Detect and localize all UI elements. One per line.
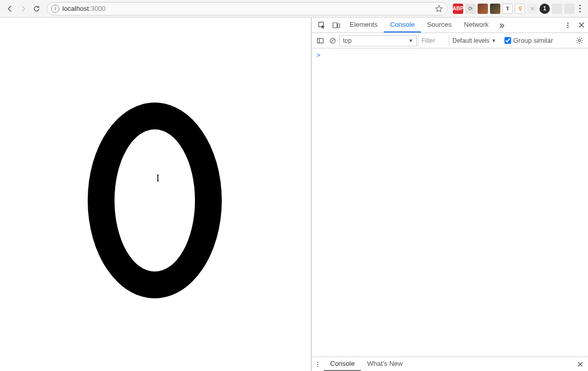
log-levels-select[interactable]: Default levels ▼ bbox=[449, 35, 499, 46]
page-content-zero bbox=[88, 103, 222, 298]
extension-icon-2[interactable] bbox=[490, 4, 500, 14]
browser-toolbar: i localhost:3000 ABP ⟳ T ⚲ ✕ 1 bbox=[0, 0, 588, 18]
console-prompt-icon: > bbox=[317, 52, 320, 59]
group-similar-checkbox[interactable]: Group similar bbox=[500, 37, 553, 44]
extension-pin[interactable]: ⚲ bbox=[515, 4, 525, 14]
devtools-close-icon[interactable] bbox=[575, 22, 588, 28]
context-value: top bbox=[343, 37, 352, 44]
reload-button[interactable] bbox=[30, 2, 43, 15]
extension-gray-3[interactable] bbox=[564, 4, 575, 14]
extension-gray-2[interactable] bbox=[552, 4, 562, 14]
clear-console-icon[interactable] bbox=[327, 37, 338, 44]
tab-sources[interactable]: Sources bbox=[421, 18, 458, 32]
devtools-settings-kebab-icon[interactable] bbox=[561, 22, 575, 29]
svg-point-3 bbox=[567, 22, 569, 24]
inspect-element-icon[interactable] bbox=[315, 18, 329, 32]
extension-abp[interactable]: ABP bbox=[453, 4, 463, 14]
address-bar[interactable]: i localhost:3000 bbox=[46, 2, 448, 15]
console-settings-icon[interactable] bbox=[574, 37, 585, 44]
svg-point-13 bbox=[317, 365, 318, 366]
url-host: localhost bbox=[62, 5, 89, 12]
svg-rect-1 bbox=[333, 23, 337, 28]
forward-button[interactable] bbox=[17, 2, 30, 15]
svg-line-9 bbox=[331, 39, 335, 42]
console-sidebar-toggle-icon[interactable] bbox=[315, 37, 326, 44]
site-info-icon[interactable]: i bbox=[51, 5, 59, 13]
back-button[interactable] bbox=[3, 2, 17, 15]
console-output[interactable]: > bbox=[312, 48, 588, 357]
tab-console[interactable]: Console bbox=[384, 18, 421, 32]
devtools-tabstrip: Elements Console Sources Network bbox=[312, 18, 588, 33]
bookmark-star-icon[interactable] bbox=[435, 5, 443, 13]
device-toolbar-icon[interactable] bbox=[329, 18, 344, 32]
page-viewport[interactable]: 0 I bbox=[0, 18, 312, 371]
devtools-panel: Elements Console Sources Network bbox=[312, 18, 588, 371]
svg-rect-6 bbox=[318, 38, 323, 43]
drawer-close-icon[interactable] bbox=[573, 357, 588, 371]
svg-point-10 bbox=[578, 39, 580, 41]
text-caret-icon: I bbox=[156, 173, 159, 184]
drawer-tab-whats-new[interactable]: What's New bbox=[361, 357, 409, 371]
devtools-drawer: Console What's New bbox=[312, 357, 588, 371]
profile-badge[interactable]: 1 bbox=[540, 4, 550, 14]
svg-point-4 bbox=[567, 24, 569, 26]
extension-icon-1[interactable] bbox=[478, 4, 488, 14]
group-similar-input[interactable] bbox=[504, 37, 511, 44]
extension-t[interactable]: T bbox=[502, 4, 513, 14]
browser-menu-button[interactable] bbox=[575, 5, 585, 12]
extension-disabled[interactable]: ✕ bbox=[527, 4, 537, 14]
console-toolbar: top ▼ Default levels ▼ Group similar bbox=[312, 33, 588, 48]
svg-rect-2 bbox=[338, 24, 340, 28]
svg-point-5 bbox=[567, 26, 569, 28]
more-tabs-icon[interactable] bbox=[495, 18, 509, 32]
tab-network[interactable]: Network bbox=[458, 18, 495, 32]
extension-sync[interactable]: ⟳ bbox=[465, 4, 476, 14]
drawer-menu-icon[interactable] bbox=[312, 357, 324, 371]
chevron-down-icon: ▼ bbox=[409, 38, 413, 43]
svg-point-11 bbox=[317, 361, 318, 362]
extensions-row: ABP ⟳ T ⚲ ✕ 1 bbox=[451, 4, 575, 14]
tab-elements[interactable]: Elements bbox=[344, 18, 384, 32]
chevron-down-icon: ▼ bbox=[492, 38, 496, 43]
drawer-tab-console[interactable]: Console bbox=[324, 357, 361, 371]
url-port: :3000 bbox=[89, 5, 106, 12]
execution-context-select[interactable]: top ▼ bbox=[339, 35, 417, 46]
console-filter-input[interactable] bbox=[418, 35, 448, 46]
svg-point-12 bbox=[317, 363, 318, 364]
